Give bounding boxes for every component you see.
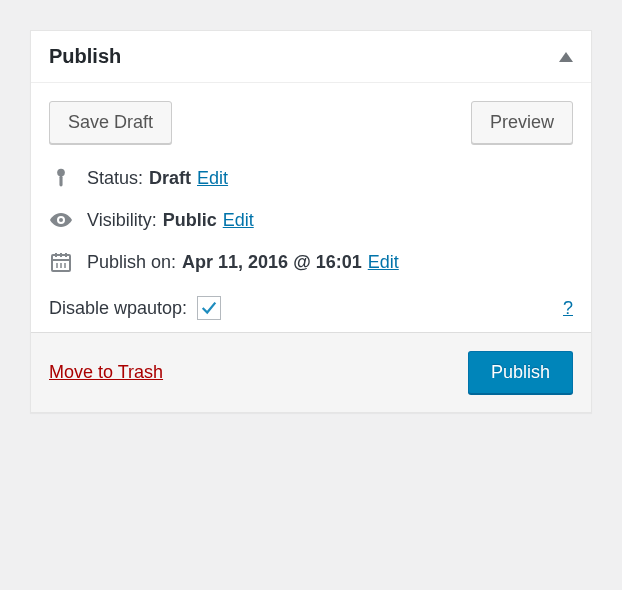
- preview-button[interactable]: Preview: [471, 101, 573, 144]
- collapse-triangle-icon: [559, 52, 573, 62]
- major-actions: Move to Trash Publish: [31, 332, 591, 412]
- wpautop-checkbox[interactable]: [197, 296, 221, 320]
- publish-button[interactable]: Publish: [468, 351, 573, 394]
- calendar-icon: [49, 250, 73, 274]
- schedule-label: Publish on:: [87, 252, 176, 273]
- svg-point-2: [59, 218, 63, 222]
- save-draft-button[interactable]: Save Draft: [49, 101, 172, 144]
- wpautop-label: Disable wpautop:: [49, 298, 187, 319]
- publish-metabox: Publish Save Draft Preview Status: Draft…: [30, 30, 592, 413]
- wpautop-help-link[interactable]: ?: [563, 298, 573, 319]
- move-to-trash-link[interactable]: Move to Trash: [49, 362, 163, 383]
- schedule-value: Apr 11, 2016 @ 16:01: [182, 252, 362, 273]
- metabox-header[interactable]: Publish: [31, 31, 591, 83]
- minor-actions: Save Draft Preview: [49, 101, 573, 144]
- panel-title: Publish: [49, 45, 121, 68]
- wpautop-row: Disable wpautop: ?: [49, 296, 573, 320]
- key-icon: [49, 166, 73, 190]
- svg-point-0: [57, 169, 65, 177]
- status-row: Status: Draft Edit: [49, 166, 573, 190]
- visibility-label: Visibility:: [87, 210, 157, 231]
- checkmark-icon: [200, 299, 218, 317]
- visibility-value: Public: [163, 210, 217, 231]
- schedule-row: Publish on: Apr 11, 2016 @ 16:01 Edit: [49, 250, 573, 274]
- metabox-body: Save Draft Preview Status: Draft Edit Vi…: [31, 83, 591, 332]
- status-value: Draft: [149, 168, 191, 189]
- visibility-edit-link[interactable]: Edit: [223, 210, 254, 231]
- svg-rect-1: [59, 176, 62, 187]
- status-edit-link[interactable]: Edit: [197, 168, 228, 189]
- status-label: Status:: [87, 168, 143, 189]
- eye-icon: [49, 208, 73, 232]
- visibility-row: Visibility: Public Edit: [49, 208, 573, 232]
- schedule-edit-link[interactable]: Edit: [368, 252, 399, 273]
